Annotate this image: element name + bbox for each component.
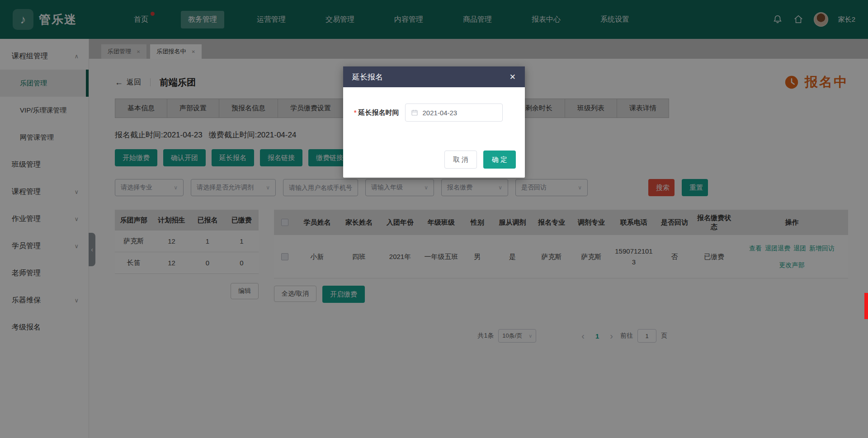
- scrollbar-thumb[interactable]: [864, 293, 868, 319]
- required-asterisk: *: [354, 109, 356, 116]
- close-icon[interactable]: ✕: [509, 72, 516, 82]
- cancel-button[interactable]: 取 消: [444, 151, 477, 169]
- app-window: ♪ 管乐迷 首页 教务管理 运营管理 交易管理 内容管理 商品管理 报表中心 系…: [0, 0, 868, 438]
- extend-date-picker[interactable]: 2021-04-23: [405, 104, 503, 122]
- modal-footer: 取 消 确 定: [444, 151, 516, 169]
- extend-signup-modal: 延长报名 ✕ * 延长报名时间 2021-04-23 取 消 确 定: [343, 66, 525, 178]
- field-label: * 延长报名时间: [354, 108, 399, 117]
- modal-body: * 延长报名时间 2021-04-23: [343, 87, 525, 122]
- extend-date-label: 延长报名时间: [358, 108, 399, 117]
- modal-title: 延长报名: [352, 72, 383, 82]
- calendar-icon: [411, 109, 418, 116]
- modal-header: 延长报名 ✕: [343, 66, 525, 87]
- confirm-button[interactable]: 确 定: [483, 151, 516, 169]
- date-value: 2021-04-23: [422, 109, 457, 117]
- modal-backdrop[interactable]: [0, 0, 868, 438]
